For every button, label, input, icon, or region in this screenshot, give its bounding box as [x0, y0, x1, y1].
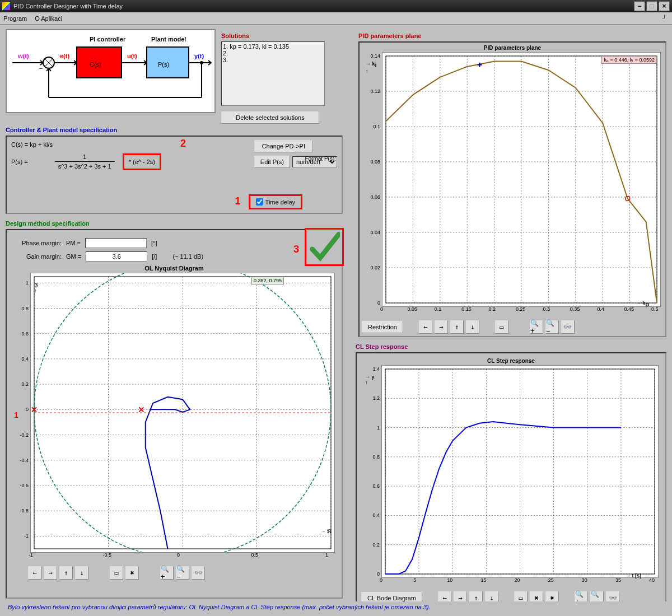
restriction-button[interactable]: Restriction	[362, 321, 403, 333]
y-label: y(t)	[194, 53, 204, 59]
accept-checkmark-button[interactable]	[305, 228, 344, 266]
pid-plot-title: PID parameters plane	[362, 45, 663, 51]
nyq-ylabel: ℑ↑	[34, 283, 38, 293]
gm-eq: GM =	[66, 253, 81, 260]
gm-db: (~ 11.1 dB)	[172, 253, 203, 260]
w-label: w(t)	[17, 53, 29, 59]
cl-ylabel: → y↑	[365, 374, 375, 385]
design-panel: Phase margin: PM = [°] Gain margin: GM =…	[6, 229, 343, 599]
u-label: u(t)	[127, 53, 137, 59]
pan-left-icon[interactable]: ←	[419, 320, 432, 334]
menubar: Program O Aplikaci ┘	[0, 12, 672, 25]
format-label: Format P(s):	[305, 156, 336, 162]
nyq-down-icon[interactable]: ↓	[75, 566, 88, 580]
pm-unit: [°]	[151, 240, 157, 246]
pid-plane-panel: PID parameters plane PID parameters plan…	[358, 29, 666, 337]
titlebar: PID Controller Designer with Time delay …	[0, 0, 672, 12]
nyq-block-icon[interactable]: ✖	[125, 566, 139, 580]
pm-label: Phase margin:	[11, 240, 62, 246]
pid-legend: kₚ = 0.446, kᵢ = 0.0592	[601, 56, 657, 64]
cs-text: C(s)	[90, 61, 101, 68]
pan-right-icon[interactable]: →	[435, 320, 448, 334]
spec-panel: C(s) = kp + ki/s P(s) = 1 s^3 + 3s^2 + 3…	[6, 136, 343, 214]
cl-panel: CL Step response 00.20.40.60.811.21.4403…	[356, 352, 666, 610]
e-label: e(t)	[60, 53, 69, 59]
nyq-zoomout-icon[interactable]: 🔍−	[176, 566, 189, 580]
cl-xlabel: → t [s]	[626, 573, 641, 578]
pid-plot[interactable]: 00.020.040.060.080.10.120.140.50.450.40.…	[382, 52, 661, 307]
binoculars-icon[interactable]: 👓	[561, 320, 575, 334]
zoom-out-icon[interactable]: 🔍−	[545, 320, 559, 334]
callout-m1: 1	[14, 410, 18, 419]
time-delay-checkbox-box[interactable]: Time delay	[249, 194, 302, 209]
zoom-region-icon[interactable]: ▭	[495, 320, 508, 334]
svg-text:−: −	[39, 65, 43, 72]
spec-title: Controller & Plant model specification	[6, 127, 343, 133]
pid-toolbar: Restriction ← → ↑ ↓ ▭ 🔍+ 🔍− 👓	[362, 320, 663, 334]
menu-about[interactable]: O Aplikaci	[35, 15, 62, 22]
nyq-binoc-icon[interactable]: 👓	[192, 566, 205, 580]
nyq-left-icon[interactable]: ←	[28, 566, 41, 580]
gm-unit: [/]	[152, 253, 157, 260]
status-bar: Bylo vykresleno řešení pro vybranou dvoj…	[6, 601, 666, 613]
callout-2: 2	[180, 138, 186, 150]
app-icon	[2, 2, 10, 10]
delay-term: * (e^ - 2s)	[123, 153, 161, 170]
change-pd-pi-button[interactable]: Change PD->PI	[254, 140, 313, 152]
nyq-region-icon[interactable]: ▭	[110, 566, 123, 580]
svg-point-13	[200, 61, 203, 64]
ps-text: P(s)	[158, 61, 169, 68]
callout-1: 1	[235, 195, 241, 207]
nyquist-title: OL Nyquist Diagram	[11, 265, 337, 272]
pan-up-icon[interactable]: ↑	[450, 320, 464, 334]
main-content: PI controller Plant model C(s) P(s) − w(…	[0, 25, 672, 607]
ps-fraction: 1 s^3 + 3s^2 + 3s + 1	[55, 152, 115, 171]
menu-dropdown-icon[interactable]: ┘	[662, 15, 666, 21]
design-title: Design method specification	[6, 220, 343, 227]
window-title: PID Controller Designer with Time delay	[13, 3, 633, 10]
nyquist-plot[interactable]: -1-0.8-0.6-0.4-0.200.20.40.60.8110.50-0.…	[30, 273, 335, 553]
pm-input[interactable]	[85, 238, 147, 248]
nyq-legend: 0.382, 0.795	[251, 277, 284, 284]
edit-ps-button[interactable]: Edit P(s)	[254, 156, 290, 168]
pid-xlabel: → kp	[636, 300, 649, 307]
pan-down-icon[interactable]: ↓	[466, 320, 479, 334]
nyq-zoomin-icon[interactable]: 🔍+	[160, 566, 174, 580]
callout-3: 3	[293, 244, 299, 255]
maximize-button[interactable]: □	[646, 1, 657, 11]
delete-solutions-button[interactable]: Delete selected solutions	[221, 111, 319, 124]
zoom-in-icon[interactable]: 🔍+	[530, 320, 543, 334]
block-diagram: PI controller Plant model C(s) P(s) − w(…	[6, 29, 216, 113]
pi-controller-label: PI controller	[90, 36, 126, 43]
plant-model-label: Plant model	[151, 36, 186, 43]
minimize-button[interactable]: −	[634, 1, 645, 11]
pid-plane-title: PID parameters plane	[358, 32, 666, 39]
pm-eq: PM =	[66, 240, 81, 246]
cl-title: CL Step response	[356, 343, 666, 350]
pid-ylabel: → ki↑	[366, 61, 377, 74]
gm-label: Gain margin:	[11, 253, 62, 260]
cl-plot[interactable]: 00.20.40.60.811.21.44035302520151050 → y…	[381, 365, 659, 578]
gm-input[interactable]	[86, 251, 147, 262]
solutions-title: Solutions	[221, 32, 353, 39]
time-delay-checkbox[interactable]	[256, 198, 263, 206]
close-button[interactable]: ×	[659, 1, 670, 11]
solutions-list[interactable]: 1. kp = 0.173, ki = 0.135 2. 3.	[221, 41, 325, 106]
menu-program[interactable]: Program	[3, 15, 27, 22]
ps-label: P(s) =	[11, 158, 28, 165]
nyq-right-icon[interactable]: →	[44, 566, 57, 580]
nyq-toolbar: ← → ↑ ↓ ▭ ✖ 🔍+ 🔍− 👓	[28, 566, 337, 580]
nyq-up-icon[interactable]: ↑	[59, 566, 73, 580]
cl-plot-title: CL Step response	[361, 358, 661, 364]
